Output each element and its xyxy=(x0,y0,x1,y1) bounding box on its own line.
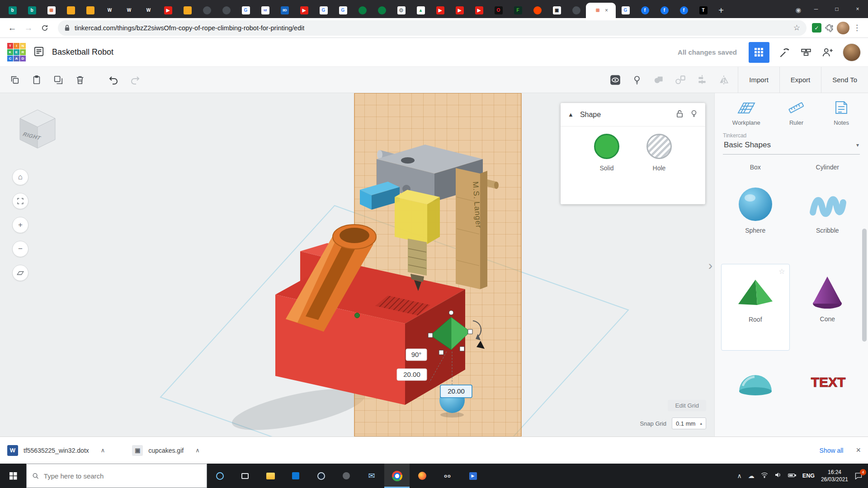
browser-tab[interactable]: b xyxy=(3,3,22,18)
battery-icon[interactable] xyxy=(788,472,796,480)
browser-tab[interactable] xyxy=(178,3,197,18)
show-all-downloads-button[interactable]: Show all xyxy=(820,447,844,454)
close-downloads-bar-icon[interactable]: × xyxy=(856,446,861,455)
browser-tab[interactable]: ▶ xyxy=(469,3,489,18)
taskbar-app[interactable] xyxy=(258,464,283,488)
group-icon[interactable] xyxy=(651,73,666,87)
forward-button[interactable]: → xyxy=(21,20,36,36)
design-title[interactable]: Basketball Robot xyxy=(52,47,113,57)
browser-tab[interactable]: ▶ xyxy=(158,3,178,18)
panel-scrollbar[interactable] xyxy=(862,229,867,342)
bookmark-star-icon[interactable]: ☆ xyxy=(793,23,800,33)
browser-tab[interactable]: id xyxy=(255,3,275,18)
browser-tab[interactable]: f xyxy=(635,3,655,18)
tool-ruler[interactable]: Ruler xyxy=(786,99,806,126)
reload-button[interactable] xyxy=(37,20,52,36)
taskbar-app-chrome-active[interactable] xyxy=(384,464,410,488)
send-to-button[interactable]: Send To xyxy=(821,67,868,93)
shape-text[interactable]: TEXT xyxy=(793,352,862,436)
browser-tab[interactable]: G xyxy=(314,3,333,18)
blocks-view-button[interactable] xyxy=(749,42,769,63)
browser-tab[interactable]: W xyxy=(100,3,119,18)
tool-workplane[interactable]: Workplane xyxy=(732,99,760,126)
workplane-view-button[interactable] xyxy=(12,265,28,281)
redo-icon[interactable] xyxy=(127,73,143,87)
shape-half-cylinder[interactable] xyxy=(721,352,790,436)
dimension-angle-label[interactable]: 90° xyxy=(406,349,427,361)
download-chevron-icon[interactable]: ∧ xyxy=(101,447,105,454)
taskbar-search[interactable] xyxy=(26,464,207,488)
browser-tab[interactable]: O xyxy=(489,3,508,18)
browser-tab[interactable]: ▶ xyxy=(450,3,469,18)
browser-tab[interactable]: G xyxy=(616,3,635,18)
hole-swatch[interactable] xyxy=(646,134,672,159)
browser-tab[interactable] xyxy=(217,3,236,18)
show-all-icon[interactable] xyxy=(608,73,623,87)
mirror-icon[interactable] xyxy=(716,73,731,87)
top-handle[interactable] xyxy=(449,310,453,315)
browser-profile-avatar[interactable] xyxy=(837,22,849,34)
scale-handle[interactable] xyxy=(460,347,464,351)
tool-notes[interactable]: Notes xyxy=(832,99,850,126)
onedrive-cloud-icon[interactable]: ☁ xyxy=(748,472,755,479)
edit-grid-button[interactable]: Edit Grid xyxy=(668,400,706,411)
3d-canvas[interactable]: M.S. Langer xyxy=(0,93,714,436)
robot-wood-plate[interactable]: M.S. Langer xyxy=(456,168,487,289)
zoom-out-button[interactable]: − xyxy=(12,241,28,257)
copy-icon[interactable] xyxy=(7,73,23,87)
import-button[interactable]: Import xyxy=(738,67,779,93)
delete-icon[interactable] xyxy=(72,73,88,87)
browser-tab[interactable] xyxy=(528,3,547,18)
tinker-pickaxe-icon[interactable] xyxy=(778,46,791,59)
extension-check-icon[interactable]: ✓ xyxy=(812,23,821,33)
paste-icon[interactable] xyxy=(29,73,44,87)
browser-tab[interactable]: b xyxy=(22,3,42,18)
scale-handle[interactable] xyxy=(428,333,433,338)
shape-box[interactable]: Box xyxy=(721,158,790,174)
browser-tab[interactable]: G xyxy=(333,3,353,18)
shape-cone[interactable]: Cone xyxy=(793,264,862,351)
browser-tab[interactable] xyxy=(372,3,392,18)
fit-view-button[interactable] xyxy=(12,193,28,209)
scale-handle[interactable] xyxy=(468,329,472,334)
zoom-in-button[interactable]: + xyxy=(12,217,28,233)
taskbar-app[interactable] xyxy=(308,464,334,488)
shape-cylinder[interactable]: Cylinder xyxy=(793,158,862,174)
taskbar-clock[interactable]: 16:24 26/03/2021 xyxy=(821,469,848,483)
dimension-height-label[interactable]: 20.00 xyxy=(440,385,472,398)
shape-scribble[interactable]: Scribble xyxy=(793,175,862,262)
action-center-icon[interactable]: 4 xyxy=(854,472,863,479)
favorite-star-icon[interactable]: ☆ xyxy=(778,267,785,276)
browser-tab[interactable]: f xyxy=(655,3,674,18)
add-collaborator-icon[interactable] xyxy=(821,46,835,59)
solid-swatch[interactable] xyxy=(594,134,619,159)
visibility-bulb-icon[interactable] xyxy=(690,109,698,120)
duplicate-icon[interactable] xyxy=(51,73,66,87)
scale-handle[interactable] xyxy=(439,350,443,355)
undo-icon[interactable] xyxy=(106,73,121,87)
expand-panel-chevron[interactable]: › xyxy=(708,258,712,273)
browser-tab[interactable]: T xyxy=(693,3,713,18)
media-controls-icon[interactable]: ◉ xyxy=(791,6,806,14)
browser-tab-active-tinkercad[interactable]: ⊞ × xyxy=(586,3,616,18)
network-icon[interactable] xyxy=(761,472,768,480)
taskbar-app[interactable] xyxy=(232,464,258,488)
taskbar-app[interactable]: oo xyxy=(435,464,460,488)
search-input[interactable] xyxy=(44,472,201,480)
download-item[interactable]: W tf55635225_win32.dotx ∧ xyxy=(7,445,105,456)
shape-roof-selected[interactable]: ☆ Roof xyxy=(721,264,790,351)
hole-option[interactable]: Hole xyxy=(646,134,672,172)
lock-icon[interactable] xyxy=(676,109,684,120)
browser-tab[interactable]: f xyxy=(674,3,693,18)
browser-tab[interactable]: ⊞ xyxy=(42,3,61,18)
browser-tab[interactable]: ▣ xyxy=(547,3,566,18)
browser-tab[interactable] xyxy=(80,3,100,18)
tab-close-icon[interactable]: × xyxy=(605,7,608,14)
taskbar-app[interactable]: ▶ xyxy=(460,464,486,488)
volume-icon[interactable] xyxy=(774,472,782,480)
taskbar-app[interactable] xyxy=(283,464,308,488)
solid-option[interactable]: Solid xyxy=(594,134,619,172)
omnibox[interactable]: tinkercad.com/things/bzZ2siwsOfm-copy-of… xyxy=(58,20,807,36)
window-maximize-button[interactable]: □ xyxy=(826,0,847,18)
browser-tab[interactable]: W xyxy=(139,3,158,18)
